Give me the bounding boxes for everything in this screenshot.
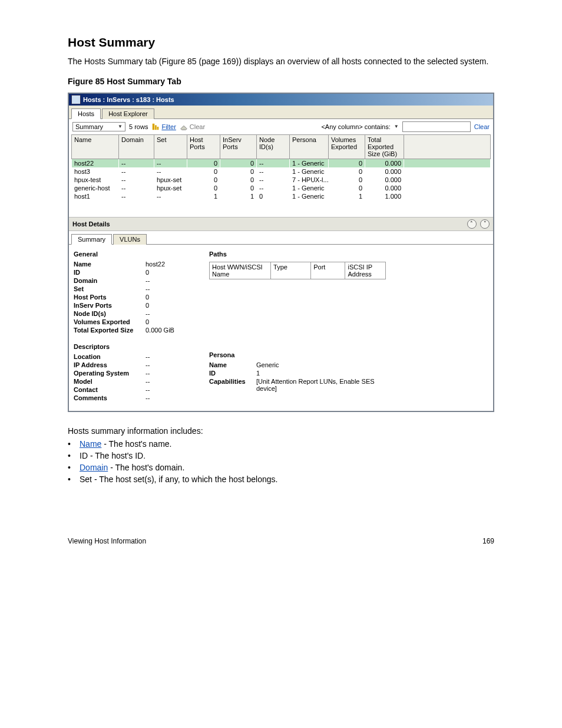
clear-link[interactable]: Clear (474, 123, 490, 130)
doc-col-link[interactable]: Name (80, 439, 101, 449)
table-row[interactable]: host1----1101 - Generic11.000 (72, 192, 491, 200)
col-set[interactable]: Set (154, 134, 187, 159)
cell: 0 (329, 184, 365, 192)
window-titlebar: Hosts : InServs : s183 : Hosts (69, 94, 493, 106)
paths-col-iscsi-ip[interactable]: iSCSI IP Address (345, 262, 386, 279)
cell: 0.000 (365, 176, 404, 184)
col-host-ports[interactable]: Host Ports (187, 134, 220, 159)
contains-chevron-icon[interactable]: ▼ (394, 124, 399, 129)
field-value: -- (146, 310, 197, 317)
col-name[interactable]: Name (72, 134, 119, 159)
field-label: InServ Ports (74, 302, 146, 309)
field-label: Set (74, 285, 146, 292)
col-total-exported[interactable]: Total Exported Size (GiB) (365, 134, 404, 159)
cell: -- (257, 159, 290, 167)
field-value: -- (146, 361, 197, 368)
cell: 0 (220, 184, 257, 192)
field-value: -- (146, 353, 197, 360)
field-label: Name (74, 261, 146, 268)
paths-col-type[interactable]: Type (271, 262, 311, 279)
view-dropdown[interactable]: Summary ▼ (72, 122, 125, 131)
tab-details-vluns[interactable]: VLUNs (113, 234, 147, 245)
field-label: Capabilities (209, 378, 254, 392)
doc-col-item: Set - The host set(s), if any, to which … (80, 475, 494, 484)
cell: 0 (187, 184, 220, 192)
cell: hpux-set (154, 176, 187, 184)
contains-input[interactable] (402, 121, 471, 132)
descriptors-section-title: Descriptors (74, 341, 197, 353)
cell: -- (257, 184, 290, 192)
tab-details-summary[interactable]: Summary (71, 234, 112, 245)
cell: 0 (187, 159, 220, 167)
footer-page-number: 169 (482, 537, 494, 545)
field-value: -- (146, 378, 197, 385)
field-label: Comments (74, 394, 146, 401)
field-value: [Unit Attention Report LUNs, Enable SES … (256, 378, 386, 392)
footer-left: Viewing Host Information (68, 537, 146, 545)
field-label: Host Ports (74, 294, 146, 301)
collapse-down-icon[interactable]: ˅ (480, 219, 490, 229)
field-value: 0.000 GiB (146, 327, 197, 334)
doc-heading: Host Summary (68, 35, 494, 50)
cell: 1 - Generic (290, 184, 329, 192)
cell: 0.000 (365, 167, 404, 176)
app-icon (71, 95, 81, 104)
field-value: 0 (146, 269, 197, 276)
cell: -- (119, 159, 154, 167)
table-row[interactable]: host3----00--1 - Generic00.000 (72, 167, 491, 176)
paths-section-title: Paths (209, 248, 488, 261)
field-label: Contact (74, 386, 146, 393)
cell: 0 (257, 192, 290, 200)
col-node-ids[interactable]: Node ID(s) (257, 134, 290, 159)
cell: 0 (187, 176, 220, 184)
field-value: -- (146, 394, 197, 401)
field-label: IP Address (74, 361, 146, 368)
table-row[interactable]: host22----00--1 - Generic00.000 (72, 159, 491, 167)
top-tabstrip: Hosts Host Explorer (69, 106, 493, 119)
cell: 7 - HPUX-l... (290, 176, 329, 184)
cell: generic-host (72, 184, 119, 192)
cell: 1 - Generic (290, 159, 329, 167)
cell: 0 (329, 167, 365, 176)
toolbar: Summary ▼ 5 rows Filter Clear <Any colum… (69, 119, 493, 134)
host-window: Hosts : InServs : s183 : Hosts Hosts Hos… (68, 93, 494, 412)
col-domain[interactable]: Domain (119, 134, 154, 159)
cell: host1 (72, 192, 119, 200)
col-inserv-ports[interactable]: InServ Ports (220, 134, 257, 159)
field-label: ID (74, 269, 146, 276)
table-row[interactable]: hpux-test--hpux-set00--7 - HPUX-l...00.0… (72, 176, 491, 184)
cell: host3 (72, 167, 119, 176)
tab-hosts[interactable]: Hosts (71, 108, 101, 119)
filter-icon (151, 123, 160, 131)
field-label: ID (209, 370, 254, 377)
eraser-icon (180, 123, 188, 131)
clear-button[interactable]: Clear (180, 123, 205, 131)
paths-col-wwn[interactable]: Host WWN/iSCSI Name (210, 262, 271, 279)
field-label: Domain (74, 277, 146, 284)
cell: 1 (329, 192, 365, 200)
field-value: Generic (256, 361, 386, 368)
row-count: 5 rows (129, 123, 148, 130)
col-persona[interactable]: Persona (290, 134, 329, 159)
bullet-icon: • (68, 463, 76, 472)
table-row[interactable]: generic-host--hpux-set00--1 - Generic00.… (72, 184, 491, 192)
cell: -- (119, 184, 154, 192)
doc-col-item: Domain - The host's domain. (80, 463, 494, 472)
paths-col-port[interactable]: Port (311, 262, 345, 279)
cell: -- (119, 176, 154, 184)
field-label: Volumes Exported (74, 318, 146, 325)
col-spacer (404, 134, 491, 159)
doc-col-link[interactable]: Domain (80, 463, 108, 472)
col-volumes-exported[interactable]: Volumes Exported (329, 134, 365, 159)
bullet-icon: • (68, 475, 76, 484)
svg-marker-3 (181, 126, 187, 130)
field-value: -- (146, 370, 197, 377)
cell: 0 (329, 159, 365, 167)
collapse-up-icon[interactable]: ˄ (467, 219, 477, 229)
field-label: Total Exported Size (74, 327, 146, 334)
details-tabstrip: Summary VLUNs (69, 231, 493, 245)
tab-host-explorer[interactable]: Host Explorer (102, 108, 154, 119)
filter-link[interactable]: Filter (151, 123, 176, 131)
field-value: 1 (256, 370, 386, 377)
cell: 0 (220, 159, 257, 167)
